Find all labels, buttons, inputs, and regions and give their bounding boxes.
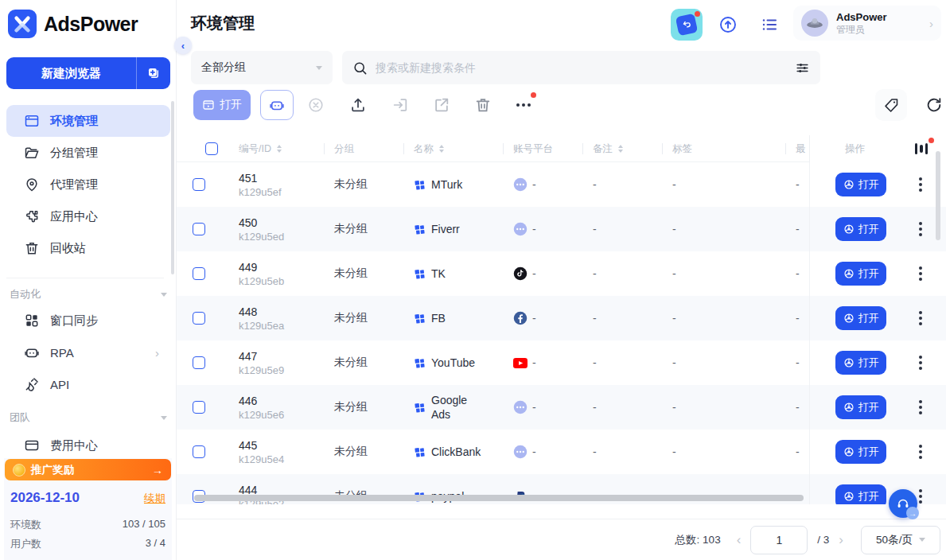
table-row[interactable]: 446 k129u5e6 未分组 Google Ads - - - - 打开 — [177, 385, 946, 430]
platform-account: - — [532, 267, 536, 280]
sidebar-item-proxy[interactable]: 代理管理 — [6, 169, 170, 200]
renew-link[interactable]: 续期 — [144, 492, 165, 506]
column-header-note[interactable]: 备注 — [593, 135, 623, 162]
table-row[interactable]: 448 k129u5ea 未分组 FB - - - - 打开 — [177, 296, 946, 340]
profile-menu[interactable]: AdsPower 管理员 › — [793, 6, 941, 41]
next-page-icon[interactable]: › — [839, 532, 843, 548]
column-header-last[interactable]: 最 — [796, 135, 809, 162]
row-open-button[interactable]: 打开 — [835, 262, 886, 286]
tiktok-platform-icon — [513, 266, 528, 281]
sync-update-button[interactable] — [712, 9, 744, 41]
sidebar-item-rpa[interactable]: RPA › — [6, 336, 170, 368]
column-header-name[interactable]: 名称 — [414, 135, 444, 162]
section-team[interactable]: 团队 — [10, 410, 167, 425]
tag-manager-button[interactable] — [875, 89, 907, 121]
prev-page-icon[interactable]: ‹ — [737, 532, 742, 548]
row-checkbox[interactable] — [193, 445, 205, 458]
sort-icon[interactable] — [277, 145, 282, 153]
row-checkbox[interactable] — [193, 178, 205, 191]
row-more-icon[interactable] — [919, 356, 922, 370]
trash-icon — [24, 240, 40, 256]
sidebar-item-billing[interactable]: 费用中心 — [6, 430, 170, 461]
open-selected-button[interactable]: 打开 — [193, 90, 251, 120]
promo-banner[interactable]: 推广奖励 → — [5, 459, 171, 480]
row-more-icon[interactable] — [919, 266, 922, 281]
column-header-group[interactable]: 分组 — [334, 135, 354, 162]
column-header-platform[interactable]: 账号平台 — [513, 135, 553, 162]
table-row[interactable]: 447 k129u5e9 未分组 YouTube - - - - 打开 — [177, 340, 946, 385]
delete-button[interactable] — [469, 91, 497, 119]
task-list-button[interactable] — [753, 9, 785, 41]
sidebar-collapse-button[interactable]: ‹ — [174, 37, 192, 54]
vertical-scrollbar[interactable] — [936, 151, 940, 240]
table-body: 451 k129u5ef 未分组 MTurk - - - - 打开 450 — [177, 162, 946, 504]
row-more-icon[interactable] — [919, 311, 922, 325]
other-platform-icon — [513, 222, 528, 236]
promo-panel: 推广奖励 → 2026-12-10 续期 环境数 103 / 105 用户数 3… — [4, 458, 172, 560]
filter-sliders-icon[interactable] — [795, 60, 810, 76]
row-checkbox[interactable] — [193, 401, 205, 414]
section-automation[interactable]: 自动化 — [10, 287, 167, 301]
search-input[interactable] — [376, 61, 787, 74]
import-button[interactable] — [386, 91, 415, 119]
sidebar-item-api[interactable]: API — [6, 368, 170, 400]
row-checkbox[interactable] — [193, 267, 205, 280]
promo-gift-button[interactable] — [671, 9, 703, 41]
rpa-batch-button[interactable] — [260, 90, 294, 120]
refresh-button[interactable] — [918, 89, 946, 121]
caret-down-icon — [919, 538, 925, 542]
row-open-button[interactable]: 打开 — [835, 395, 886, 419]
row-number: 449 — [239, 261, 257, 274]
column-settings-icon[interactable] — [912, 141, 931, 157]
row-open-button[interactable]: 打开 — [835, 440, 886, 464]
group-filter-select[interactable]: 全部分组 — [191, 51, 333, 84]
row-more-icon[interactable] — [919, 177, 922, 192]
table-row[interactable]: 445 k129u5e4 未分组 ClickBank - - - - 打开 — [177, 430, 946, 474]
row-open-button[interactable]: 打开 — [835, 217, 886, 241]
page-size-select[interactable]: 50条/页 — [861, 526, 940, 554]
table-row[interactable]: 449 k129u5eb 未分组 TK - - - - 打开 — [177, 251, 946, 296]
row-open-button[interactable]: 打开 — [835, 173, 886, 196]
sidebar-scrollbar[interactable] — [171, 101, 174, 274]
row-checkbox[interactable] — [193, 312, 205, 325]
page-number-input[interactable] — [750, 526, 808, 554]
sort-icon[interactable] — [618, 145, 623, 153]
row-number: 446 — [239, 395, 257, 407]
column-header-tag[interactable]: 标签 — [672, 135, 692, 162]
other-platform-icon — [513, 445, 528, 459]
table-row[interactable]: 450 k129u5ed 未分组 Fiverr - - - - 打开 — [177, 207, 946, 251]
sort-icon[interactable] — [439, 145, 444, 153]
new-browser-label[interactable]: 新建浏览器 — [6, 57, 137, 89]
close-all-button[interactable] — [302, 91, 330, 119]
row-more-icon[interactable] — [919, 445, 922, 459]
row-open-button[interactable]: 打开 — [835, 306, 886, 330]
row-open-button[interactable]: 打开 — [835, 484, 886, 504]
sidebar-item-apps[interactable]: 应用中心 — [6, 200, 170, 232]
sidebar: AdsPower 新建浏览器 环境管理 分组管理 代理管理 — [0, 0, 177, 560]
sidebar-item-window-sync[interactable]: 窗口同步 — [6, 305, 170, 336]
sidebar-item-groups[interactable]: 分组管理 — [6, 137, 170, 169]
browser-window-icon — [24, 113, 40, 129]
row-open-button[interactable]: 打开 — [835, 351, 886, 375]
row-group: 未分组 — [334, 400, 414, 414]
sidebar-item-environment[interactable]: 环境管理 — [6, 105, 170, 137]
support-button[interactable]: → — [889, 489, 917, 518]
notification-dot — [531, 92, 536, 98]
row-more-icon[interactable] — [919, 400, 922, 414]
row-more-icon[interactable] — [919, 489, 922, 504]
sidebar-item-recycle[interactable]: 回收站 — [6, 232, 170, 264]
upload-button[interactable] — [344, 91, 372, 119]
windows-sync-icon — [24, 313, 40, 329]
table-row[interactable]: 451 k129u5ef 未分组 MTurk - - - - 打开 — [177, 162, 946, 207]
share-export-button[interactable] — [427, 91, 456, 119]
column-header-id[interactable]: 编号/ID — [239, 135, 282, 162]
row-checkbox[interactable] — [193, 356, 205, 369]
row-checkbox[interactable] — [193, 223, 205, 235]
select-all-checkbox[interactable] — [205, 142, 218, 155]
copy-plus-icon[interactable] — [137, 57, 170, 89]
more-actions-button[interactable] — [509, 91, 538, 119]
new-browser-button[interactable]: 新建浏览器 — [6, 57, 170, 89]
row-more-icon[interactable] — [919, 222, 922, 236]
horizontal-scrollbar[interactable] — [194, 495, 804, 501]
row-id: k129u5eb — [239, 275, 284, 287]
